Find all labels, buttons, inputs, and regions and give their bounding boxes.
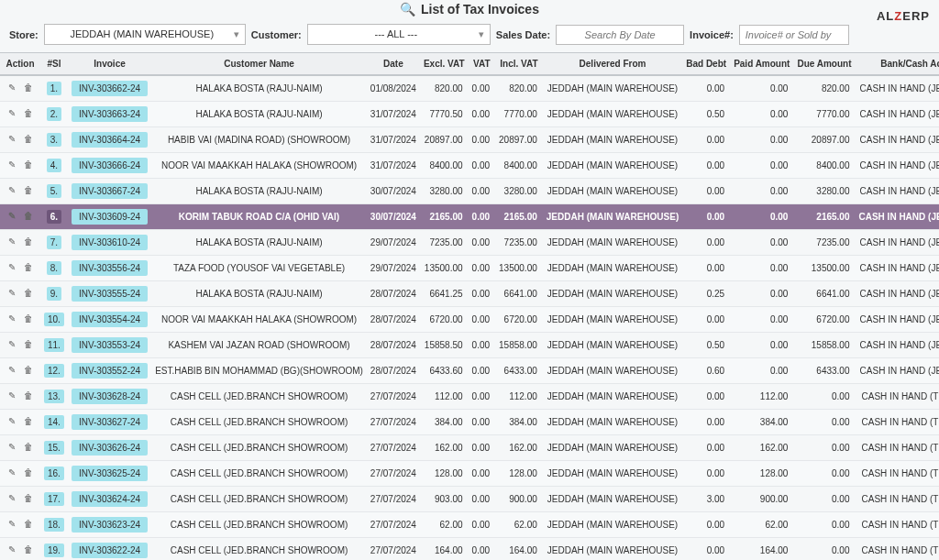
table-row[interactable]: ✎🗑11.INV-303553-24KASHEM VAI JAZAN ROAD …: [0, 333, 939, 358]
edit-icon[interactable]: ✎: [6, 467, 18, 480]
table-row[interactable]: ✎🗑9.INV-303555-24HALAKA BOSTA (RAJU-NAIM…: [0, 281, 939, 307]
invoice-link[interactable]: INV-303555-24: [72, 286, 148, 302]
delete-icon[interactable]: 🗑: [22, 288, 35, 301]
edit-icon[interactable]: ✎: [6, 493, 18, 506]
col-sl[interactable]: #Sl: [40, 53, 68, 76]
delete-icon[interactable]: 🗑: [22, 211, 35, 224]
invoice-link[interactable]: INV-303554-24: [72, 312, 148, 327]
edit-icon[interactable]: ✎: [6, 313, 18, 326]
invoice-link[interactable]: INV-303624-24: [72, 491, 148, 507]
cell-vat: 0.00: [469, 230, 495, 256]
col-delivered[interactable]: Delivered From: [543, 53, 682, 76]
col-baddebt[interactable]: Bad Debt: [682, 53, 730, 76]
edit-icon[interactable]: ✎: [6, 519, 18, 532]
edit-icon[interactable]: ✎: [6, 262, 18, 275]
edit-icon[interactable]: ✎: [6, 365, 18, 378]
table-row[interactable]: ✎🗑4.INV-303666-24NOOR VAI MAAKKAH HALAKA…: [0, 153, 939, 179]
invoice-link[interactable]: INV-303556-24: [72, 260, 148, 276]
table-row[interactable]: ✎🗑2.INV-303663-24HALAKA BOSTA (RAJU-NAIM…: [0, 102, 939, 127]
delete-icon[interactable]: 🗑: [22, 82, 35, 95]
col-bank[interactable]: Bank/Cash Account: [856, 53, 940, 76]
delete-icon[interactable]: 🗑: [22, 185, 35, 198]
delete-icon[interactable]: 🗑: [22, 339, 35, 352]
col-due[interactable]: Due Amount: [793, 53, 855, 76]
delete-icon[interactable]: 🗑: [22, 442, 35, 455]
col-date[interactable]: Date: [367, 53, 420, 76]
edit-icon[interactable]: ✎: [6, 236, 18, 249]
col-invoice[interactable]: Invoice: [68, 53, 151, 76]
edit-icon[interactable]: ✎: [6, 108, 18, 121]
cell-bank: CASH IN HAND (TUHIN CHY): [856, 410, 940, 435]
edit-icon[interactable]: ✎: [6, 185, 18, 198]
invoice-link[interactable]: INV-303553-24: [72, 337, 148, 353]
invoice-link[interactable]: INV-303628-24: [72, 389, 148, 404]
delete-icon[interactable]: 🗑: [22, 365, 35, 378]
table-row[interactable]: ✎🗑19.INV-303622-24CASH CELL (JED.BRANCH …: [0, 538, 939, 561]
edit-icon[interactable]: ✎: [6, 82, 18, 95]
table-row[interactable]: ✎🗑10.INV-303554-24NOOR VAI MAAKKAH HALAK…: [0, 307, 939, 333]
cell-exclvat: 8400.00: [420, 153, 469, 179]
invoice-link[interactable]: INV-303667-24: [72, 183, 148, 199]
delete-icon[interactable]: 🗑: [22, 416, 35, 429]
invoice-link[interactable]: INV-303666-24: [72, 158, 148, 173]
invoice-link[interactable]: INV-303663-24: [72, 106, 148, 122]
table-row[interactable]: ✎🗑18.INV-303623-24CASH CELL (JED.BRANCH …: [0, 512, 939, 538]
delete-icon[interactable]: 🗑: [22, 159, 35, 172]
delete-icon[interactable]: 🗑: [22, 108, 35, 121]
edit-icon[interactable]: ✎: [6, 339, 18, 352]
cell-baddebt: 0.00: [682, 256, 730, 281]
delete-icon[interactable]: 🗑: [22, 467, 35, 480]
table-row[interactable]: ✎🗑6.INV-303609-24KORIM TABUK ROAD C/A (O…: [0, 204, 939, 230]
customer-select[interactable]: --- ALL ---▾: [307, 24, 491, 45]
invoice-link[interactable]: INV-303664-24: [72, 132, 148, 148]
delete-icon[interactable]: 🗑: [22, 544, 35, 557]
table-row[interactable]: ✎🗑14.INV-303627-24CASH CELL (JED.BRANCH …: [0, 410, 939, 435]
table-row[interactable]: ✎🗑16.INV-303625-24CASH CELL (JED.BRANCH …: [0, 461, 939, 487]
col-vat[interactable]: VAT: [469, 53, 495, 76]
delete-icon[interactable]: 🗑: [22, 519, 35, 532]
table-row[interactable]: ✎🗑5.INV-303667-24HALAKA BOSTA (RAJU-NAIM…: [0, 179, 939, 204]
table-row[interactable]: ✎🗑17.INV-303624-24CASH CELL (JED.BRANCH …: [0, 487, 939, 512]
edit-icon[interactable]: ✎: [6, 390, 18, 403]
invoice-link[interactable]: INV-303610-24: [72, 235, 148, 250]
cell-baddebt: 0.00: [682, 384, 730, 410]
delete-icon[interactable]: 🗑: [22, 262, 35, 275]
invoice-link[interactable]: INV-303552-24: [72, 363, 148, 379]
delete-icon[interactable]: 🗑: [22, 236, 35, 249]
edit-icon[interactable]: ✎: [6, 544, 18, 557]
invoice-link[interactable]: INV-303625-24: [72, 466, 148, 481]
edit-icon[interactable]: ✎: [6, 416, 18, 429]
invoice-link[interactable]: INV-303609-24: [72, 209, 148, 225]
edit-icon[interactable]: ✎: [6, 159, 18, 172]
col-paid[interactable]: Paid Amount: [730, 53, 793, 76]
table-row[interactable]: ✎🗑3.INV-303664-24HABIB VAI (MADINA ROAD)…: [0, 127, 939, 153]
table-row[interactable]: ✎🗑7.INV-303610-24HALAKA BOSTA (RAJU-NAIM…: [0, 230, 939, 256]
store-select[interactable]: JEDDAH (MAIN WAREHOUSE)▾: [44, 24, 246, 45]
delete-icon[interactable]: 🗑: [22, 390, 35, 403]
delete-icon[interactable]: 🗑: [22, 134, 35, 147]
col-excl[interactable]: Excl. VAT: [420, 53, 469, 76]
col-customer[interactable]: Customer Name: [151, 53, 367, 76]
table-row[interactable]: ✎🗑13.INV-303628-24CASH CELL (JED.BRANCH …: [0, 384, 939, 410]
table-row[interactable]: ✎🗑8.INV-303556-24TAZA FOOD (YOUSOF VAI V…: [0, 256, 939, 281]
edit-icon[interactable]: ✎: [6, 288, 18, 301]
cell-baddebt: 0.00: [682, 461, 730, 487]
col-action[interactable]: Action: [0, 53, 40, 76]
edit-icon[interactable]: ✎: [6, 211, 18, 224]
delete-icon[interactable]: 🗑: [22, 493, 35, 506]
invoice-link[interactable]: INV-303623-24: [72, 517, 148, 533]
edit-icon[interactable]: ✎: [6, 134, 18, 147]
salesdate-input[interactable]: [556, 25, 684, 45]
col-incl[interactable]: Incl. VAT: [495, 53, 543, 76]
invoice-link[interactable]: INV-303626-24: [72, 440, 148, 456]
invoice-link[interactable]: INV-303662-24: [72, 81, 148, 96]
invoice-search-input[interactable]: [739, 25, 849, 45]
table-row[interactable]: ✎🗑1.INV-303662-24HALAKA BOSTA (RAJU-NAIM…: [0, 75, 939, 102]
invoice-link[interactable]: INV-303622-24: [72, 543, 148, 558]
delete-icon[interactable]: 🗑: [22, 313, 35, 326]
invoice-link[interactable]: INV-303627-24: [72, 414, 148, 430]
table-row[interactable]: ✎🗑15.INV-303626-24CASH CELL (JED.BRANCH …: [0, 435, 939, 461]
edit-icon[interactable]: ✎: [6, 442, 18, 455]
cell-paid: 384.00: [730, 410, 793, 435]
table-row[interactable]: ✎🗑12.INV-303552-24EST.HABIB BIN MOHAMMAD…: [0, 358, 939, 384]
